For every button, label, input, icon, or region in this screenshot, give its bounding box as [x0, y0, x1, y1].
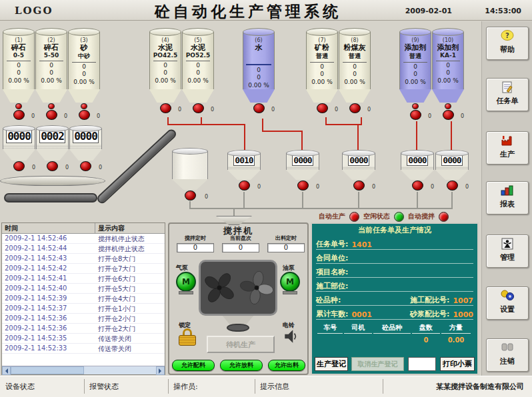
device-status-label: 设备状态 — [5, 382, 35, 392]
silo-value-1: 0 — [150, 62, 181, 69]
valve-value: 0 — [99, 165, 102, 171]
silo-number: (7) — [307, 37, 337, 43]
silo-1: (1)碎石0-5000.00 %0 — [3, 28, 35, 120]
log-row: 2009-2-1 14:52:36打开仓2大门 — [2, 324, 165, 334]
oil-pump-motor-icon: M — [280, 272, 300, 292]
task-table-row: 00.00 — [317, 336, 472, 344]
valve-icon — [239, 181, 250, 191]
scale-hopper-4: 00000 — [401, 150, 434, 191]
indicator-label: 自动生产 — [319, 212, 345, 221]
hopper-top — [435, 150, 469, 157]
valve-small-icon — [48, 103, 55, 109]
help-icon: ? — [487, 27, 528, 45]
scroll-right-button[interactable] — [156, 366, 165, 375]
silo-level-line — [39, 61, 63, 61]
sidebar-button-task[interactable]: 任务单 — [486, 78, 529, 111]
pipe — [416, 121, 417, 150]
silo-spec: KA-1 — [433, 52, 463, 59]
cancel-register-button[interactable]: 取消生产登记 — [351, 357, 404, 371]
valve-row: 0 — [149, 103, 181, 113]
valve-row: 0 — [227, 181, 261, 191]
valve-row: 0 — [286, 181, 319, 191]
mixer-field: 搅拌定时0 — [175, 234, 216, 252]
padlock-icon[interactable] — [177, 328, 197, 346]
valve-value: 0 — [257, 184, 261, 190]
hopper-top — [36, 125, 69, 132]
hopper-top — [69, 125, 102, 132]
aggregate-weigh-hopper: 00020 — [36, 125, 69, 171]
valve-icon — [412, 181, 423, 191]
hopper-top — [227, 150, 261, 157]
variety-label: 砼品种: — [316, 295, 341, 305]
padlock-shackle — [183, 328, 192, 335]
silo-cone — [68, 89, 100, 103]
valve-value: 0 — [31, 113, 35, 119]
silo-group-cement: (4)水泥PO42.5000.00 %0(5)水泥PO52.5000.00 %0 — [149, 28, 214, 113]
task-input[interactable] — [408, 357, 436, 371]
log-row: 2009-2-1 14:52:36打开仓2小门 — [2, 314, 165, 324]
left-arrow-icon — [3, 368, 8, 374]
silo-body: (5)水泥PO52.5000.00 % — [182, 32, 214, 89]
allow-button-3[interactable]: 允许出料 — [268, 360, 305, 371]
silo-value-2: 0 — [69, 71, 99, 78]
hopper-valve-row: 0 — [172, 191, 208, 200]
log-row: 2009-2-1 14:52:42打开仓7大门 — [2, 264, 165, 274]
alarm-status-label: 报警状态 — [89, 382, 119, 392]
log-time: 2009-2-1 14:52:40 — [2, 284, 95, 293]
sidebar-button-report[interactable]: 报表 — [486, 181, 529, 214]
speaker-icon[interactable] — [283, 328, 299, 347]
silo-top — [182, 28, 214, 36]
mixer-field-value: 0 — [177, 243, 214, 252]
silo-material: 粉煤灰 — [339, 43, 370, 52]
valve-row: 0 — [432, 103, 464, 120]
log-content: 打开仓4大门 — [95, 294, 165, 303]
valve-icon — [13, 161, 25, 171]
hopper-cone — [286, 170, 319, 180]
silo-body: (9)添加剂普通000.00 % — [399, 32, 431, 89]
valve-icon — [193, 103, 204, 113]
silo-body: (8)粉煤灰普通000.00 % — [339, 32, 371, 89]
allow-button-1[interactable]: 允许配料 — [172, 360, 215, 371]
divider — [168, 379, 169, 394]
report-icon — [487, 182, 528, 199]
hopper-top — [342, 150, 375, 157]
log-content: 打开仓7大门 — [95, 264, 165, 273]
sidebar-button-manage[interactable]: 管理 — [486, 234, 529, 268]
log-scrollbar[interactable] — [2, 366, 165, 374]
pump-pedestal — [179, 291, 193, 294]
silo-cone — [149, 89, 181, 103]
valve-row: 0 — [3, 103, 35, 120]
pipe — [301, 131, 303, 150]
sidebar-button-production[interactable]: 生产 — [486, 131, 529, 165]
silo-number: (10) — [433, 37, 463, 43]
production-register-button[interactable]: 生产登记 — [315, 357, 348, 371]
mortar-ratio-label: 砂浆配比号: — [410, 309, 449, 319]
standby-production-button[interactable]: 待机生产 — [207, 336, 275, 353]
hopper-rim — [286, 167, 319, 170]
indicator-label: 空闲状态 — [363, 212, 390, 221]
sidebar-button-help[interactable]: ?帮助 — [486, 27, 529, 60]
valve-value: 0 — [431, 184, 434, 190]
mix-ratio-label: 施工配比号: — [410, 295, 449, 305]
valve-value: 0 — [465, 184, 469, 190]
sidebar-button-settings[interactable]: 设置 — [486, 286, 529, 320]
scrollbar-thumb[interactable] — [11, 366, 84, 374]
silo-number: (4) — [150, 37, 181, 43]
sidebar-button-label: 帮助 — [487, 45, 528, 55]
silo-top — [399, 28, 431, 36]
pipe — [325, 124, 362, 125]
scrollbar-track[interactable] — [84, 366, 156, 374]
silo-top — [35, 28, 67, 36]
scroll-left-button[interactable] — [2, 366, 11, 375]
site-label: 施工部位: — [316, 281, 348, 291]
page-title: 砼自动化生产管理系统 — [155, 1, 341, 22]
sidebar-button-logout[interactable]: 注销 — [486, 338, 529, 372]
silo-6: (6)水000.00 %0 — [243, 28, 275, 113]
silo-body: (7)矿粉普通000.00 % — [306, 32, 338, 89]
silo-material: 添加剂 — [433, 43, 463, 52]
log-row: 2009-2-1 14:52:43打开仓8大门 — [2, 254, 165, 264]
print-receipt-button[interactable]: 打印小票 — [440, 357, 475, 371]
log-time: 2009-2-1 14:52:36 — [2, 314, 95, 323]
allow-button-2[interactable]: 允许放料 — [220, 360, 263, 371]
valve-row: 0 — [68, 103, 100, 120]
